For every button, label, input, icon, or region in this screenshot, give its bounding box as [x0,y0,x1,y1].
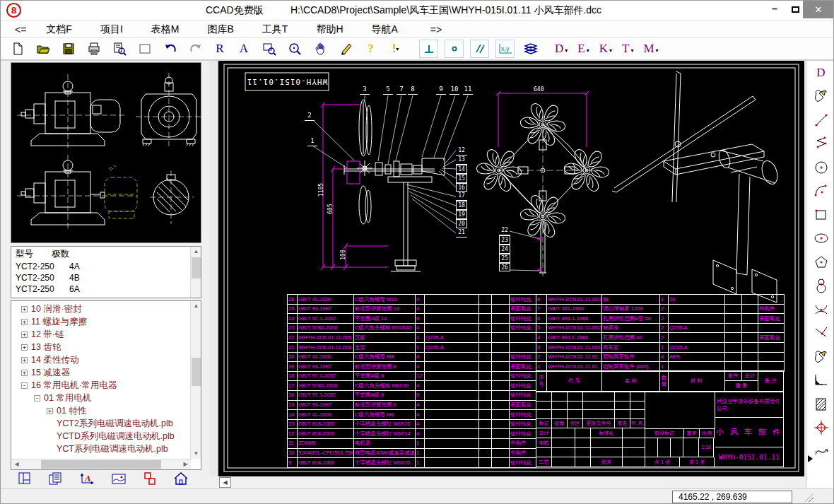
resize-grip[interactable] [802,492,814,502]
close-button[interactable]: ✕ [803,1,834,18]
alert-button[interactable]: !▾ [387,40,406,58]
tree-item[interactable]: + 13 齿轮 [11,341,191,353]
model-row[interactable]: YCT2-2504A [11,261,201,272]
home-button[interactable] [173,471,189,488]
annotate-text-button[interactable]: A [235,42,252,56]
scroll-up-icon[interactable]: ▲ [191,247,201,257]
tree-item[interactable]: YCT2系列电磁调速电动机.plb [11,417,191,430]
parallel-snap-button[interactable] [470,40,489,58]
tree-horizontal-scrollbar[interactable]: ◀ ▶ [11,459,191,469]
menu-item[interactable]: 帮助H [306,23,361,35]
text-style-button[interactable]: A [80,471,95,488]
tree-item[interactable]: - 16 常用电机·常用电器 [11,379,191,392]
tree-expand-icon[interactable]: + [21,370,28,376]
tree-item[interactable]: - 01 常用电机 [11,392,191,404]
tree-item[interactable]: + 15 减速器 [11,366,191,379]
model-table-scrollbar[interactable]: ▲ [190,247,201,298]
rectangle-tool-button[interactable] [806,203,834,227]
tree-expand-icon[interactable]: + [21,357,28,363]
tree-expand-icon[interactable]: + [21,306,28,312]
fillet-tool-button[interactable] [806,298,834,322]
scroll-left-icon[interactable]: ◀ [11,459,22,469]
tree-vertical-scrollbar[interactable]: ▲ ▼ [190,301,201,459]
tree-expand-icon[interactable]: - [21,382,28,389]
menu-item[interactable]: 项目I [90,23,141,35]
maximize-button[interactable] [787,1,804,18]
coordinate-entry-button[interactable]: x,y [495,40,515,58]
new-document-button[interactable] [8,40,27,58]
document-pages-button[interactable] [48,471,64,488]
undo-button[interactable] [160,40,180,58]
sketch-button[interactable] [336,40,355,58]
menu-item[interactable]: 工具T [252,23,307,35]
reference-text-button[interactable]: R [211,42,228,56]
dimension-d-button[interactable]: D [806,61,834,85]
print-button[interactable] [84,40,103,58]
canvas-left-scrollbar[interactable] [209,61,218,476]
pan-button[interactable] [310,40,329,58]
ellipse-tool-button[interactable] [806,227,834,251]
tree-item[interactable]: + 10 润滑·密封 [11,303,191,315]
letter-dropdown[interactable]: D▾ [546,42,569,54]
scroll-down-icon[interactable]: ▼ [191,449,201,459]
redo-button[interactable] [186,40,205,58]
point-snap-button[interactable] [445,40,464,58]
zoom-window-button[interactable] [259,40,278,58]
center-mark-button[interactable] [806,416,834,440]
open-button[interactable] [33,40,52,58]
model-table[interactable]: 型号极数 YCT2-2504AYCT2-2504BYCT2-2506A ▲ [11,246,201,298]
letter-dropdown[interactable]: T▾ [613,42,635,54]
minimize-button[interactable]: – [766,1,783,18]
tree-expand-icon[interactable]: + [21,344,28,351]
scrollbar-thumb[interactable] [41,460,161,469]
flyout-arrow-icon[interactable] [808,455,813,462]
line-tool-button[interactable] [806,108,834,132]
perpendicular-snap-button[interactable] [419,40,438,58]
layers-button[interactable] [521,40,540,58]
menu-item[interactable]: 表格M [141,23,198,35]
scrollbar-thumb[interactable] [192,257,201,279]
model-row[interactable]: YCT2-2504B [11,272,201,283]
menu-item[interactable]: 图库B [197,23,252,35]
zoom-button[interactable] [285,40,304,58]
circle-tool-button[interactable] [806,156,834,180]
tree-expand-icon[interactable]: + [21,332,28,338]
tree-expand-icon[interactable]: - [34,395,40,402]
modify-sketch-button[interactable] [806,345,834,369]
scroll-up-icon[interactable]: ▲ [191,301,201,311]
selection-rect-button[interactable] [135,40,154,58]
nav-forward-button[interactable]: => [416,24,452,35]
chamfer-tool-button[interactable] [806,369,834,393]
layout-view-button[interactable] [18,471,32,488]
tree-expand-icon[interactable]: + [21,319,28,325]
tree-item[interactable]: YCT系列电磁调速电动机.plb [11,443,191,455]
menu-item[interactable]: 导航A [362,23,416,35]
menu-item[interactable]: 文档F [36,23,90,35]
trim-intersect-button[interactable] [806,322,834,346]
tangent-circles-button[interactable] [806,274,834,298]
canvas-horizontal-scrollbar[interactable]: ◀ [209,476,804,488]
image-button[interactable] [111,471,127,488]
tree-item[interactable]: + 01 特性 [11,404,191,417]
scroll-right-icon[interactable]: ▶ [180,459,191,469]
polygon-tool-button[interactable] [806,250,834,274]
help-button[interactable]: ? [361,40,380,58]
edit-sketch-button[interactable] [806,85,834,109]
polyline-tool-button[interactable] [806,132,834,156]
save-button[interactable] [59,40,78,58]
letter-dropdown[interactable]: E▾ [569,42,590,54]
model-row[interactable]: YCT2-2506A [11,283,201,295]
arc-tool-button[interactable] [806,180,834,204]
scroll-left-icon[interactable]: ◀ [219,477,231,488]
letter-dropdown[interactable]: K▾ [591,42,613,54]
tree-expand-icon[interactable]: + [47,408,53,414]
tree-item[interactable]: + 11 螺旋与摩擦 [11,315,191,328]
print-preview-button[interactable] [110,40,129,58]
hatch-tool-button[interactable] [806,392,834,416]
link-blocks-button[interactable] [143,471,157,488]
letter-dropdown[interactable]: M▾ [635,42,659,54]
drawing-canvas[interactable]: WHYH-015I.01.11 1 2 3 5 7 8 9 10 11 1105… [218,61,804,476]
tree-item[interactable]: + 12 带·链 [11,328,191,341]
tree-item[interactable]: + 14 柔性传动 [11,353,191,366]
library-preview[interactable] [11,62,201,243]
